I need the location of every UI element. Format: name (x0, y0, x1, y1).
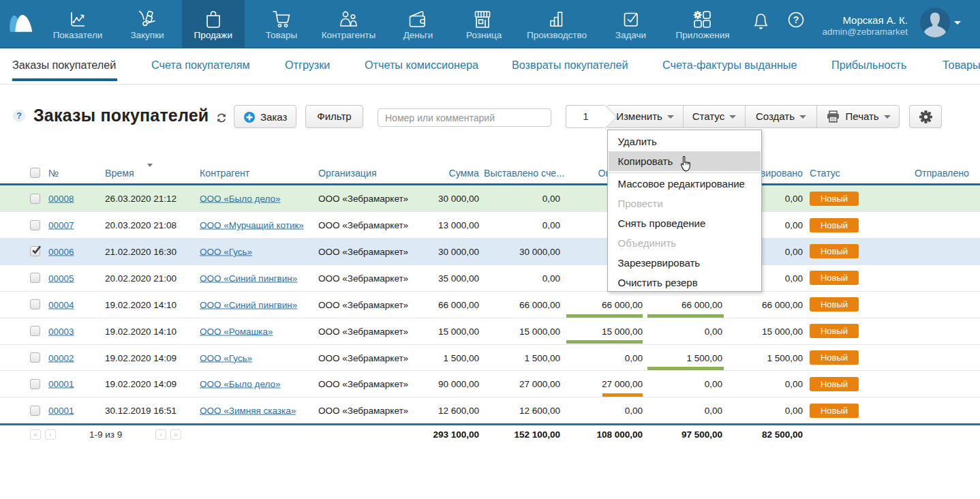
svg-text:?: ? (793, 14, 799, 25)
